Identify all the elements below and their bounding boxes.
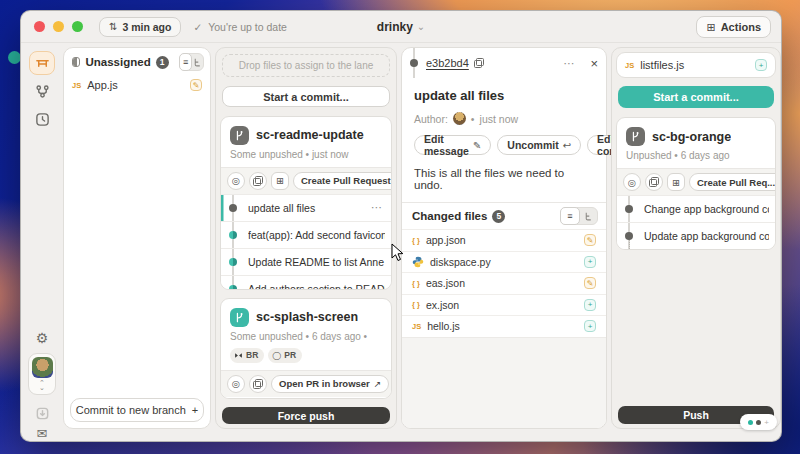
commit-detail-panel: e3b2bd4 ⋯ × update all files Author: • j… xyxy=(401,47,607,429)
branch-badge-icon xyxy=(230,308,249,327)
start-commit-button[interactable]: Start a commit... xyxy=(618,86,774,108)
comment-add-icon[interactable]: ⊞ xyxy=(271,172,289,190)
unassigned-file-row[interactable]: JS App.js ✎ xyxy=(64,74,210,96)
changed-files-count-badge: 5 xyxy=(492,210,505,223)
start-commit-button[interactable]: Start a commit... xyxy=(222,86,390,107)
branch-badge-icon xyxy=(626,127,645,146)
added-status-icon: + xyxy=(584,256,596,268)
page-dot xyxy=(756,420,761,425)
force-push-button[interactable]: Force push xyxy=(222,407,390,424)
branches-icon[interactable] xyxy=(29,79,55,103)
create-pull-request-button[interactable]: Create Pull Req... ◯ xyxy=(689,173,776,191)
branch-action-strip: ◎ Open PR in browser ↗ ⋯ xyxy=(221,370,391,397)
changed-file-row[interactable]: { } ex.json + xyxy=(402,294,606,316)
commit-time: just now xyxy=(480,113,519,125)
list-view-icon[interactable]: ≡ xyxy=(179,53,193,71)
sync-icon: ⇅ xyxy=(109,21,117,32)
history-icon[interactable] xyxy=(29,107,55,131)
sync-status-button[interactable]: ⇅ 3 min ago xyxy=(99,17,181,37)
copy-icon[interactable] xyxy=(249,375,267,393)
added-status-icon: + xyxy=(584,320,596,332)
open-pr-in-browser-button[interactable]: Open PR in browser ↗ xyxy=(271,375,389,393)
changed-file-row[interactable]: { } eas.json ✎ xyxy=(402,272,606,294)
unassigned-count-badge: 1 xyxy=(156,56,169,69)
create-pull-request-button[interactable]: Create Pull Request ◯ xyxy=(293,172,392,190)
changed-files-title: Changed files xyxy=(412,210,487,222)
modified-status-icon: ✎ xyxy=(190,79,202,91)
copy-icon[interactable] xyxy=(249,172,267,190)
dot-separator: • xyxy=(471,113,475,125)
check-icon: ✓ xyxy=(193,21,202,33)
minimize-window-button[interactable] xyxy=(53,21,64,32)
commit-row[interactable]: Update app background color t... xyxy=(617,222,775,249)
project-title-dropdown[interactable]: drinky ⌄ xyxy=(377,20,425,34)
unassigned-panel: Unassigned 1 ≡ JS App.js ✎ Commit to new… xyxy=(63,47,211,429)
assign-target-icon[interactable]: ◎ xyxy=(227,375,245,393)
commit-to-new-branch-label: Commit to new branch xyxy=(76,404,186,416)
detail-empty-area xyxy=(402,337,606,429)
commit-menu-ellipsis[interactable]: ⋯ xyxy=(563,57,577,70)
commit-menu-ellipsis[interactable]: ⋯ xyxy=(371,201,385,214)
commit-dot xyxy=(625,232,633,240)
commit-dot xyxy=(229,285,237,290)
branch-review-pill[interactable]: BR xyxy=(230,348,264,363)
commit-graph-stub xyxy=(221,397,391,399)
undo-icon: ↩ xyxy=(563,140,571,151)
js-file-icon: JS xyxy=(72,81,81,90)
tree-view-icon[interactable] xyxy=(191,54,203,70)
assign-target-icon[interactable]: ◎ xyxy=(623,173,641,191)
assign-target-icon[interactable]: ◎ xyxy=(227,172,245,190)
settings-gear-icon[interactable]: ⚙ xyxy=(29,326,55,350)
splitview-icon xyxy=(72,57,80,67)
close-icon[interactable]: × xyxy=(590,56,598,71)
branch-meta: Unpushed • 6 days ago xyxy=(626,150,766,161)
commit-title: update all files xyxy=(402,78,606,103)
branch-action-strip: ◎ ⊞ Create Pull Req... ◯ ⋯ xyxy=(617,168,775,195)
lane-pagination-indicator[interactable]: + xyxy=(740,414,777,430)
drop-files-zone[interactable]: Drop files to assign to the lane xyxy=(222,54,390,77)
commit-dot xyxy=(410,59,418,67)
commit-row[interactable]: feat(app): Add second favicon to ... xyxy=(221,221,391,248)
feedback-mail-icon[interactable]: ✉ xyxy=(29,421,55,442)
commit-action-buttons: Edit message ✎ Uncommit ↩ Edit commit xyxy=(402,125,606,155)
app-window: ⇅ 3 min ago ✓ You're up to date drinky ⌄… xyxy=(20,10,782,442)
changed-file-row[interactable]: JS hello.js + xyxy=(402,315,606,337)
page-dot-active xyxy=(748,420,753,425)
uncommit-button[interactable]: Uncommit ↩ xyxy=(497,135,581,155)
actions-button[interactable]: ⊞ Actions xyxy=(696,16,771,38)
commit-to-new-branch-button[interactable]: Commit to new branch + xyxy=(70,398,204,422)
modified-status-icon: ✎ xyxy=(584,234,596,246)
view-mode-toggle[interactable]: ≡ xyxy=(179,53,204,71)
pull-request-pill[interactable]: ◯ PR xyxy=(268,348,302,363)
tree-view-icon[interactable] xyxy=(579,208,597,224)
commit-sha-link[interactable]: e3b2bd4 xyxy=(426,57,469,69)
author-avatar xyxy=(453,112,466,125)
close-window-button[interactable] xyxy=(34,21,45,32)
zoom-window-button[interactable] xyxy=(72,21,83,32)
branch-header[interactable]: sc-bg-orange Unpushed • 6 days ago xyxy=(617,118,775,168)
branch-header[interactable]: sc-readme-update Some unpushed • just no… xyxy=(221,117,391,167)
copy-sha-icon[interactable] xyxy=(474,58,484,68)
left-icon-rail: ⚙ ⌃⌄ ✉ xyxy=(21,43,63,441)
changed-file-row[interactable]: { } app.json ✎ xyxy=(402,229,606,251)
commit-detail-header: e3b2bd4 ⋯ × xyxy=(402,48,606,78)
account-switcher[interactable]: ⌃⌄ xyxy=(28,353,56,395)
comment-add-icon[interactable]: ⊞ xyxy=(667,173,685,191)
commit-row[interactable]: Change app background color t... xyxy=(617,195,775,222)
copy-icon[interactable] xyxy=(645,173,663,191)
commit-row[interactable]: Update README to list Anne as pr... xyxy=(221,248,391,275)
changed-file-row[interactable]: diskspace.py + xyxy=(402,251,606,273)
branch-name: sc-splash-screen xyxy=(256,310,358,324)
assigned-file-row[interactable]: JS listfiles.js + xyxy=(617,53,775,77)
list-view-icon[interactable]: ≡ xyxy=(560,207,580,225)
edit-message-button[interactable]: Edit message ✎ xyxy=(414,135,491,155)
files-view-toggle[interactable]: ≡ xyxy=(560,207,598,225)
branch-name: sc-readme-update xyxy=(256,128,364,142)
lane-sc-bg-orange: JS listfiles.js + Start a commit... sc-b… xyxy=(611,47,781,429)
branch-header[interactable]: sc-splash-screen Some unpushed • 6 days … xyxy=(221,299,391,370)
account-caret-icons: ⌃⌄ xyxy=(39,380,45,390)
chevron-down-icon: ⌄ xyxy=(417,21,425,32)
workspace-icon[interactable] xyxy=(29,51,55,75)
commit-row[interactable]: Add authors section to README file xyxy=(221,275,391,290)
commit-row[interactable]: update all files ⋯ xyxy=(221,194,391,221)
